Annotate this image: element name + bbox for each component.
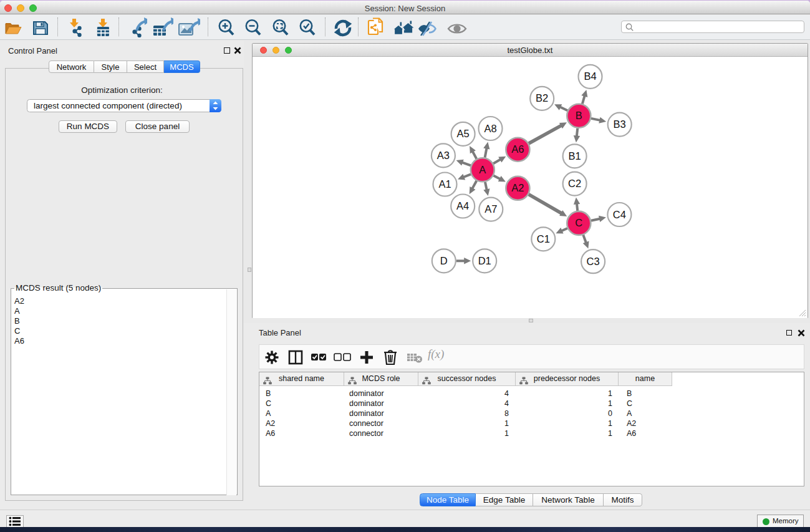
svg-text:A2: A2 <box>511 182 524 193</box>
svg-text:A4: A4 <box>456 200 469 211</box>
svg-text:A: A <box>479 164 486 175</box>
svg-text:A8: A8 <box>484 123 496 134</box>
svg-text:B4: B4 <box>584 70 596 82</box>
svg-text:D1: D1 <box>478 255 491 266</box>
svg-text:B: B <box>576 110 582 121</box>
svg-text:B2: B2 <box>536 92 548 104</box>
svg-text:A3: A3 <box>437 150 450 161</box>
svg-text:A6: A6 <box>511 143 524 155</box>
svg-text:C4: C4 <box>613 209 626 220</box>
svg-text:A5: A5 <box>457 128 470 139</box>
svg-text:C1: C1 <box>537 233 550 244</box>
svg-text:B1: B1 <box>569 150 581 162</box>
svg-text:A1: A1 <box>438 178 451 190</box>
svg-text:C: C <box>575 217 582 228</box>
svg-text:D: D <box>440 255 448 266</box>
svg-text:C2: C2 <box>568 178 581 189</box>
svg-text:A7: A7 <box>485 203 497 215</box>
svg-text:B3: B3 <box>614 118 626 130</box>
svg-text:C3: C3 <box>587 256 600 267</box>
